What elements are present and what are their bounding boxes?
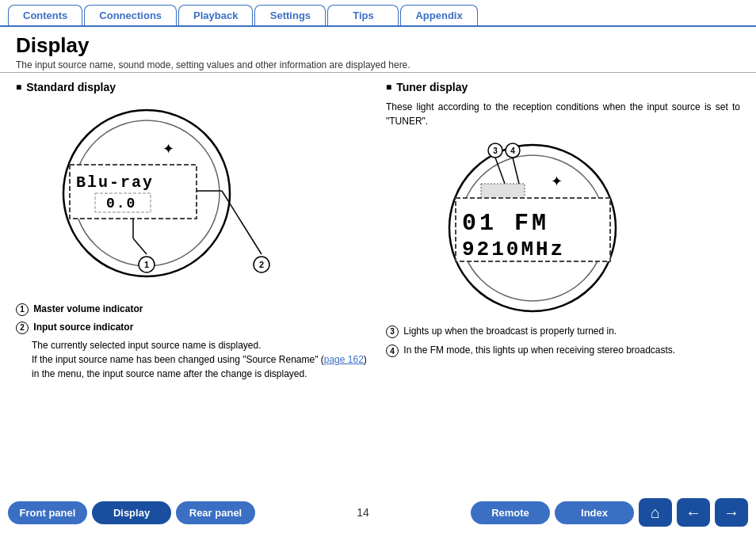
display-button[interactable]: Display [92,501,171,524]
top-navigation: Contents Connections Playback Settings T… [0,0,756,27]
tab-connections[interactable]: Connections [84,5,177,25]
page-header: Display The input source name, sound mod… [0,27,756,73]
main-content: Standard display ✦ Blu-ray 0.0 [0,73,756,389]
tab-playback[interactable]: Playback [178,5,253,25]
annotation-2-body: The currently selected input source name… [32,338,370,381]
tuner-annotation-4: 4 In the FM mode, this lights up when re… [386,342,740,358]
standard-display-diagram: ✦ Blu-ray 0.0 1 2 [16,100,317,294]
tuner-display-title: Tuner display [386,81,740,93]
tuner-annotations: 3 Lights up when the broadcast is proper… [386,323,740,359]
standard-display-title: Standard display [16,81,370,93]
standard-display-section: Standard display ✦ Blu-ray 0.0 [16,81,370,381]
page-subtitle: The input source name, sound mode, setti… [16,59,740,70]
tuner-display-diagram: ✦ 3 4 01 FM 9210MHz [402,135,671,317]
svg-text:2: 2 [259,260,264,269]
svg-text:9210MHz: 9210MHz [462,238,565,261]
home-button[interactable]: ⌂ [639,498,672,527]
standard-annotations: 1 Master volume indicator 2 Input source… [16,302,370,381]
back-button[interactable]: ← [677,498,710,527]
svg-text:Blu-ray: Blu-ray [76,173,154,192]
annotation-2-title: Input source indicator [33,322,133,333]
svg-text:✦: ✦ [162,141,174,157]
annotation-2-link[interactable]: page 162 [324,354,364,365]
annotation-4-text: In the FM mode, this lights up when rece… [403,345,675,356]
svg-text:3: 3 [493,147,498,155]
annotation-3-num: 3 [386,326,399,338]
tab-contents[interactable]: Contents [8,5,82,25]
annotation-2: 2 Input source indicator [16,320,370,335]
svg-line-12 [222,191,262,254]
tab-settings[interactable]: Settings [254,5,326,25]
tuner-display-section: Tuner display These light according to t… [386,81,740,381]
svg-text:4: 4 [510,147,515,155]
tab-tips[interactable]: Tips [327,5,399,25]
annotation-2-body1: The currently selected input source name… [32,340,261,351]
page-title: Display [16,33,740,58]
annotation-4-num: 4 [386,345,399,357]
tuner-description: These light according to the reception c… [386,100,740,128]
annotation-1: 1 Master volume indicator [16,302,370,317]
annotation-1-title: Master volume indicator [33,303,143,314]
forward-button[interactable]: → [715,498,748,527]
annotation-2-num: 2 [16,322,29,334]
remote-button[interactable]: Remote [471,501,550,524]
standard-display-svg: ✦ Blu-ray 0.0 1 2 [16,100,317,294]
bottom-navigation: Front panel Display Rear panel 14 Remote… [0,492,756,533]
svg-text:✦: ✦ [551,173,563,189]
front-panel-button[interactable]: Front panel [8,501,87,524]
annotation-2-body2: If the input source name has been change… [32,354,324,365]
annotation-3-text: Lights up when the broadcast is properly… [403,326,617,337]
svg-text:1: 1 [144,260,149,269]
tuner-annotation-3: 3 Lights up when the broadcast is proper… [386,323,740,339]
page-number: 14 [260,506,466,519]
index-button[interactable]: Index [555,501,634,524]
tuner-display-svg: ✦ 3 4 01 FM 9210MHz [402,135,671,317]
annotation-1-num: 1 [16,303,29,316]
svg-text:01 FM: 01 FM [462,210,549,237]
tab-appendix[interactable]: Appendix [400,5,477,25]
rear-panel-button[interactable]: Rear panel [176,501,255,524]
svg-text:0.0: 0.0 [106,196,136,211]
